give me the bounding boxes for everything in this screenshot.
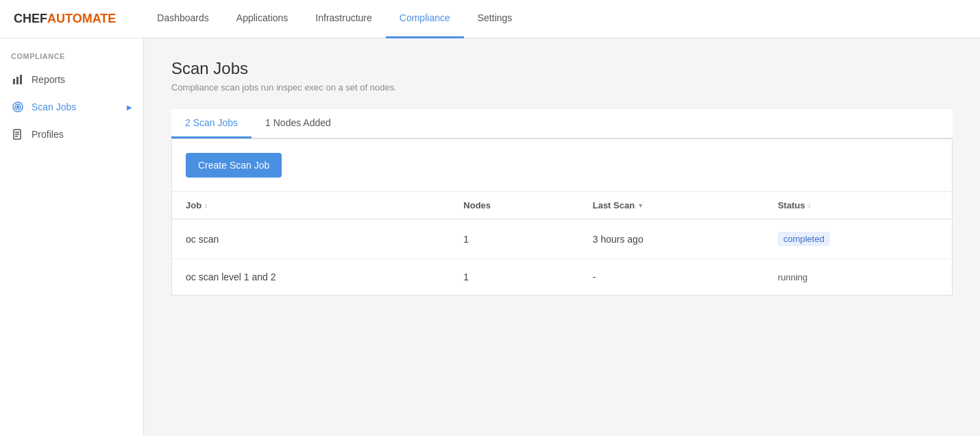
layout: COMPLIANCE ReportsScan Jobs▶Profiles Sca… xyxy=(0,38,980,436)
tab-nodes-added[interactable]: 1 Nodes Added xyxy=(252,109,345,138)
sidebar-item-scan-jobs[interactable]: Scan Jobs▶ xyxy=(0,93,143,121)
status-badge-completed: completed xyxy=(778,232,830,246)
bar-chart-icon xyxy=(11,73,25,86)
status-running: running xyxy=(778,272,807,282)
sidebar-item-label-profiles: Profiles xyxy=(32,129,64,140)
cell-status-0: completed xyxy=(764,219,952,259)
svg-point-5 xyxy=(17,106,19,108)
cell-nodes-1: 1 xyxy=(450,259,578,295)
tabs: 2 Scan Jobs1 Nodes Added xyxy=(171,109,953,138)
cell-last-scan-0: 3 hours ago xyxy=(579,219,764,259)
sidebar: COMPLIANCE ReportsScan Jobs▶Profiles xyxy=(0,38,144,436)
scan-jobs-table: Job↕NodesLast Scan▼Status↕ oc scan13 hou… xyxy=(172,192,952,295)
cell-status-1: running xyxy=(764,259,952,295)
table-body: oc scan13 hours agocompletedoc scan leve… xyxy=(172,219,952,295)
sidebar-item-label-reports: Reports xyxy=(32,74,65,85)
cell-last-scan-1: - xyxy=(579,259,764,295)
sort-icon-job: ↕ xyxy=(204,203,208,209)
nav-link-settings[interactable]: Settings xyxy=(464,0,526,38)
page-subtitle: Compliance scan jobs run inspec exec on … xyxy=(171,82,953,93)
page-title: Scan Jobs xyxy=(171,59,953,78)
logo: CHEFAUTOMATE xyxy=(14,12,116,26)
chevron-right-icon: ▶ xyxy=(127,104,132,111)
table-container: Create Scan Job Job↕NodesLast Scan▼Statu… xyxy=(171,138,953,295)
cell-job-0: oc scan xyxy=(172,219,450,259)
col-header-status[interactable]: Status↕ xyxy=(764,192,952,219)
tab-scan-jobs[interactable]: 2 Scan Jobs xyxy=(171,109,252,138)
sort-icon-status: ↕ xyxy=(808,203,811,209)
col-header-job[interactable]: Job↕ xyxy=(172,192,450,219)
cell-job-1: oc scan level 1 and 2 xyxy=(172,259,450,295)
logo-automate: AUTOMATE xyxy=(47,12,116,26)
table-row: oc scan level 1 and 21-running xyxy=(172,259,952,295)
sidebar-item-label-scan-jobs: Scan Jobs xyxy=(32,101,76,112)
svg-rect-0 xyxy=(13,79,15,84)
sidebar-section-label: COMPLIANCE xyxy=(0,52,143,66)
col-header-nodes: Nodes xyxy=(450,192,578,219)
svg-rect-2 xyxy=(20,75,22,84)
file-icon xyxy=(11,128,25,141)
sidebar-items: ReportsScan Jobs▶Profiles xyxy=(0,66,143,148)
col-header-last-scan[interactable]: Last Scan▼ xyxy=(579,192,764,219)
create-scan-job-button[interactable]: Create Scan Job xyxy=(186,153,282,178)
svg-rect-1 xyxy=(16,77,19,84)
nav-link-dashboards[interactable]: Dashboards xyxy=(143,0,223,38)
nav-links: DashboardsApplicationsInfrastructureComp… xyxy=(143,0,526,38)
main-content: Scan Jobs Compliance scan jobs run inspe… xyxy=(144,38,980,436)
logo-chef: CHEF xyxy=(14,12,47,26)
cell-nodes-0: 1 xyxy=(450,219,578,259)
table-header: Job↕NodesLast Scan▼Status↕ xyxy=(172,192,952,219)
nav-link-applications[interactable]: Applications xyxy=(223,0,302,38)
sort-icon-last-scan: ▼ xyxy=(637,203,644,209)
table-row: oc scan13 hours agocompleted xyxy=(172,219,952,259)
target-icon xyxy=(11,100,25,114)
toolbar: Create Scan Job xyxy=(172,139,952,192)
top-nav: CHEFAUTOMATE DashboardsApplicationsInfra… xyxy=(0,0,980,38)
sidebar-item-profiles[interactable]: Profiles xyxy=(0,121,143,148)
sidebar-item-reports[interactable]: Reports xyxy=(0,66,143,93)
nav-link-infrastructure[interactable]: Infrastructure xyxy=(302,0,385,38)
nav-link-compliance[interactable]: Compliance xyxy=(386,0,464,38)
